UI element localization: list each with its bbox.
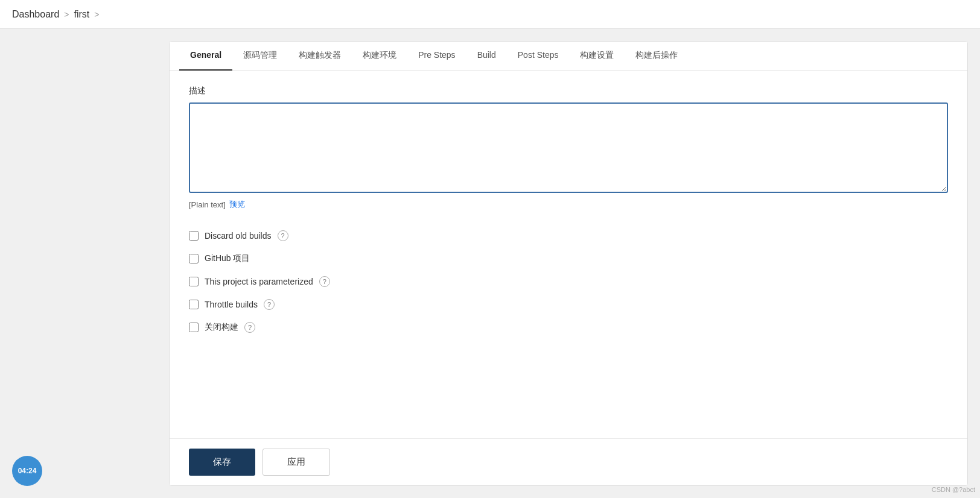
breadcrumb-sep-1: >: [64, 10, 69, 19]
plain-text-row: [Plain text] 预览: [189, 199, 948, 210]
preview-link[interactable]: 预览: [229, 199, 245, 210]
disable-build-help-icon[interactable]: ?: [244, 322, 255, 333]
discard-old-builds-help-icon[interactable]: ?: [278, 230, 288, 241]
tab-env[interactable]: 构建环境: [352, 42, 407, 71]
tab-post-steps[interactable]: Post Steps: [507, 42, 570, 71]
tab-general[interactable]: General: [179, 42, 232, 71]
tab-post-build[interactable]: 构建后操作: [625, 42, 689, 71]
tab-build[interactable]: Build: [466, 42, 507, 71]
breadcrumb-sep-2: >: [94, 10, 99, 19]
description-label: 描述: [189, 86, 948, 96]
discard-old-builds-checkbox[interactable]: [189, 231, 199, 241]
throttle-builds-help-icon[interactable]: ?: [264, 299, 275, 310]
save-button[interactable]: 保存: [189, 449, 255, 476]
main-content: General 源码管理 构建触发器 构建环境 Pre Steps Build …: [0, 29, 980, 498]
parameterized-label: This project is parameterized: [205, 277, 313, 286]
throttle-builds-checkbox[interactable]: [189, 300, 199, 309]
list-item: Throttle builds ?: [189, 293, 948, 316]
breadcrumb-project[interactable]: first: [74, 9, 89, 20]
breadcrumb-bar: Dashboard > first >: [0, 0, 980, 29]
checkboxes-section: Discard old builds ? GitHub 项目 This proj…: [189, 224, 948, 339]
tab-source[interactable]: 源码管理: [232, 42, 288, 71]
disable-build-checkbox[interactable]: [189, 323, 199, 332]
list-item: Discard old builds ?: [189, 224, 948, 247]
description-input[interactable]: [189, 102, 948, 193]
disable-build-label: 关闭构建: [205, 322, 238, 333]
parameterized-help-icon[interactable]: ?: [319, 276, 330, 287]
tab-settings[interactable]: 构建设置: [569, 42, 625, 71]
github-project-label: GitHub 项目: [205, 253, 250, 264]
throttle-builds-label: Throttle builds: [205, 300, 258, 309]
bottom-actions: 保存 应用: [170, 438, 967, 485]
github-project-checkbox[interactable]: [189, 254, 199, 263]
list-item: This project is parameterized ?: [189, 270, 948, 293]
discard-old-builds-label: Discard old builds: [205, 231, 272, 241]
content-area: 描述 [Plain text] 预览 Discard old builds ? …: [170, 71, 967, 437]
tab-trigger[interactable]: 构建触发器: [288, 42, 352, 71]
apply-button[interactable]: 应用: [262, 449, 330, 476]
config-card: General 源码管理 构建触发器 构建环境 Pre Steps Build …: [169, 41, 968, 486]
plain-text-label: [Plain text]: [189, 200, 226, 209]
tab-bar: General 源码管理 构建触发器 构建环境 Pre Steps Build …: [170, 42, 967, 71]
list-item: GitHub 项目: [189, 247, 948, 270]
watermark: CSDN @?abct: [932, 486, 975, 493]
tab-pre-steps[interactable]: Pre Steps: [407, 42, 466, 71]
breadcrumb-dashboard[interactable]: Dashboard: [12, 9, 59, 20]
time-badge: 04:24: [12, 456, 42, 486]
list-item: 关闭构建 ?: [189, 316, 948, 339]
parameterized-checkbox[interactable]: [189, 277, 199, 286]
